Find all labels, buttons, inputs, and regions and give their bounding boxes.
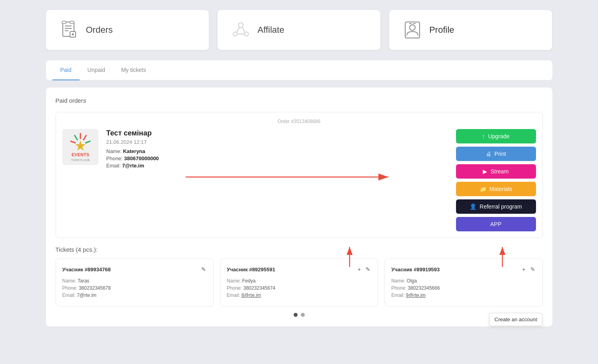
event-email-field: Email: 7@rte.im <box>106 163 448 169</box>
create-account-tooltip[interactable]: Create an account <box>489 313 542 326</box>
ticket-add-button-2[interactable]: + <box>357 265 362 273</box>
app-button[interactable]: APP <box>456 217 536 231</box>
ticket-header-1: Учасник #89934768 ✎ <box>62 265 207 273</box>
svg-text:EVENTS: EVENTS <box>71 152 89 157</box>
profile-nav-card[interactable]: Profile <box>389 10 552 50</box>
profile-icon <box>402 20 423 40</box>
main-content: Paid orders Order #3513408686 <box>46 87 553 327</box>
ticket-header-3: Учасник #89919593 + ✎ <box>391 265 536 273</box>
orders-icon <box>59 20 80 40</box>
upgrade-icon: ↑ <box>482 133 485 139</box>
pagination-dot-2[interactable] <box>301 313 305 317</box>
order-number: Order #3513408686 <box>62 119 536 124</box>
materials-icon: 📁 <box>480 186 486 192</box>
event-phone-value: 380670000000 <box>124 155 159 161</box>
pagination-dots <box>56 313 543 317</box>
ticket-name-3: Name: Olga <box>391 278 536 284</box>
svg-rect-8 <box>70 21 74 24</box>
svg-point-10 <box>233 32 237 36</box>
tabs-container: Paid Unpaid My tickets <box>46 60 553 81</box>
event-logo: EVENTS TICKETS HUB <box>62 129 98 165</box>
ticket-email-2: Email: 8@rte.im <box>227 292 371 298</box>
svg-point-9 <box>238 23 243 28</box>
event-name-value: Kateryna <box>123 148 145 154</box>
ticket-phone-1: Phone: 380232345678 <box>62 285 207 291</box>
ticket-id-2: Учасник #89295591 <box>227 267 275 273</box>
ticket-icons-1: ✎ <box>200 265 207 273</box>
svg-point-11 <box>244 32 248 36</box>
referral-button[interactable]: 👤 Referral program <box>456 199 536 214</box>
order-info: Тест семінар 21.06.2024 12:17 Name: Kate… <box>106 129 448 170</box>
svg-rect-7 <box>62 21 66 24</box>
tickets-label: Tickets (4 pcs.): <box>56 246 543 253</box>
ticket-edit-button-1[interactable]: ✎ <box>200 265 207 273</box>
paid-orders-title: Paid orders <box>56 97 543 104</box>
nav-cards: Orders Affilate <box>46 10 553 50</box>
event-phone-field: Phone: 380670000000 <box>106 155 448 161</box>
tab-my-tickets[interactable]: My tickets <box>113 60 154 80</box>
tab-paid[interactable]: Paid <box>52 60 80 80</box>
ticket-edit-button-3[interactable]: ✎ <box>530 265 536 273</box>
ticket-name-1: Name: Taras <box>62 278 207 284</box>
stream-button[interactable]: ▶ Stream <box>456 164 536 179</box>
affiliate-label: Affilate <box>258 25 284 35</box>
svg-line-13 <box>242 28 245 32</box>
ticket-card-2: Учасник #89295591 + ✎ Name: Fedya Phone:… <box>220 259 378 306</box>
ticket-icons-3: + ✎ <box>521 265 536 273</box>
ticket-phone-3: Phone: 380232345666 <box>391 285 536 291</box>
ticket-add-button-3[interactable]: + <box>521 265 526 273</box>
stream-icon: ▶ <box>483 168 487 175</box>
materials-button[interactable]: 📁 Materials <box>456 182 536 196</box>
ticket-card-3: Учасник #89919593 + ✎ Name: Olga Phone: … <box>384 259 542 306</box>
upgrade-button[interactable]: ↑ Upgrade <box>456 129 536 143</box>
order-body: EVENTS TICKETS HUB Тест семінар 21.06.20… <box>62 129 536 231</box>
ticket-id-3: Учасник #89919593 <box>391 267 440 273</box>
pagination-dot-1[interactable] <box>294 313 298 317</box>
tab-unpaid[interactable]: Unpaid <box>80 60 113 80</box>
action-buttons: ↑ Upgrade 🖨 Print ▶ Stream 📁 Materials <box>456 129 536 231</box>
print-button[interactable]: 🖨 Print <box>456 147 536 161</box>
referral-icon: 👤 <box>470 203 476 210</box>
profile-label: Profile <box>429 25 454 35</box>
event-date: 21.06.2024 12:17 <box>106 139 448 145</box>
svg-line-12 <box>237 28 239 32</box>
tickets-grid: Учасник #89934768 ✎ Name: Taras Phone: 3… <box>56 259 543 306</box>
ticket-name-2: Name: Fedya <box>227 278 371 284</box>
svg-text:TICKETS HUB: TICKETS HUB <box>71 159 90 161</box>
order-block: Order #3513408686 <box>56 112 543 238</box>
event-title: Тест семінар <box>106 129 448 137</box>
ticket-icons-2: + ✎ <box>357 265 371 273</box>
svg-point-16 <box>410 25 415 30</box>
print-icon: 🖨 <box>486 151 491 157</box>
event-email-value: 7@rte.im <box>122 163 144 169</box>
ticket-card-1: Учасник #89934768 ✎ Name: Taras Phone: 3… <box>56 259 214 306</box>
ticket-header-2: Учасник #89295591 + ✎ <box>227 265 371 273</box>
ticket-email-1: Email: 7@rte.im <box>62 292 207 298</box>
orders-label: Orders <box>86 25 113 35</box>
affiliate-icon <box>230 20 251 40</box>
ticket-edit-button-2[interactable]: ✎ <box>365 265 371 273</box>
affiliate-nav-card[interactable]: Affilate <box>217 10 381 50</box>
orders-nav-card[interactable]: Orders <box>46 10 209 50</box>
ticket-email-3: Email: 9@rte.im <box>391 292 536 298</box>
ticket-id-1: Учасник #89934768 <box>62 267 111 273</box>
tabs-bar: Paid Unpaid My tickets <box>46 60 552 80</box>
event-name-field: Name: Kateryna <box>106 148 448 154</box>
ticket-phone-2: Phone: 380232345674 <box>227 285 371 291</box>
